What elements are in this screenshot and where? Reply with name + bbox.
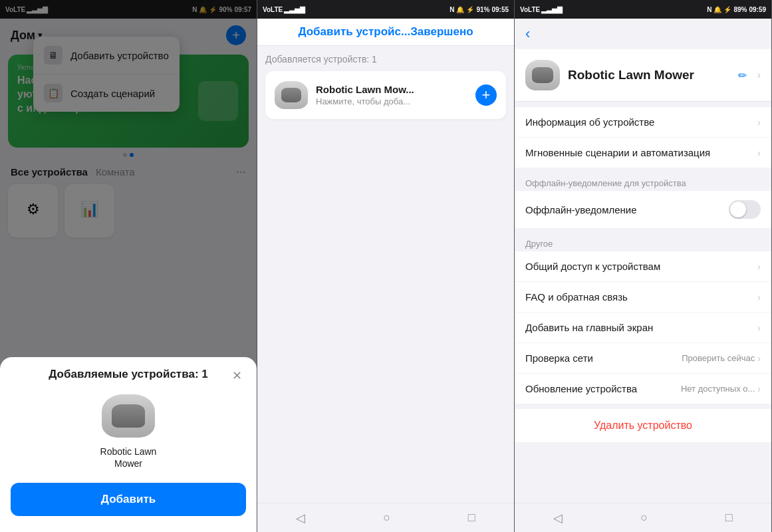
p2-header-prefix: Добавить устройс... [298, 25, 410, 38]
p3-row-scenarios[interactable]: Мгновенные сценарии и автоматизация › [515, 138, 771, 168]
p3-edit-button[interactable]: ✏ [738, 69, 747, 82]
p2-header: Добавить устройс...Завершено [257, 19, 514, 46]
p2-robot-image [275, 81, 308, 109]
p3-add-home-chevron: › [757, 323, 761, 333]
p2-header-suffix[interactable]: Завершено [410, 25, 473, 38]
p3-delete-section: Удалить устройство [515, 409, 771, 442]
p3-section-other: Общий доступ к устройствам › FAQ и обрат… [515, 251, 771, 404]
p3-header-chevron: › [757, 69, 761, 81]
status-left-2: VoLTE ▂▃▅▇ [263, 6, 305, 13]
p3-row-info[interactable]: Информация об устройстве › [515, 107, 771, 138]
carrier-3: VoLTE [520, 6, 540, 13]
nfc-icon-3: N [707, 6, 711, 13]
p3-delete-button[interactable]: Удалить устройство [594, 420, 692, 431]
panel-3: VoLTE ▂▃▅▇ N 🔔 ⚡ 89% 09:59 ‹ Robotic Law… [515, 0, 772, 532]
battery-2: 91% [476, 6, 489, 13]
p3-offline-label: Оффлайн-уведомление [525, 204, 729, 215]
p2-header-text: Добавить устройс...Завершено [268, 25, 503, 39]
p2-adding-count: Добавляется устройств: 1 [265, 54, 506, 65]
p2-device-subtitle: Нажмите, чтобы доба... [316, 96, 467, 106]
home-nav-btn-3[interactable]: ○ [635, 508, 653, 527]
p3-row-sharing[interactable]: Общий доступ к устройствам › [515, 251, 771, 282]
modal-close-button[interactable]: ✕ [227, 366, 246, 385]
p3-add-home-label: Добавить на главный экран [525, 322, 757, 333]
status-bar-3: VoLTE ▂▃▅▇ N 🔔 ⚡ 89% 09:59 [515, 0, 771, 19]
p3-update-chevron: › [757, 384, 761, 394]
status-left-3: VoLTE ▂▃▅▇ [520, 6, 563, 13]
status-bar-2: VoLTE ▂▃▅▇ N 🔔 ⚡ 91% 09:55 [257, 0, 514, 19]
bluetooth-icon-3: ⚡ [723, 6, 731, 13]
p3-device-name: Robotic Lawn Mower [568, 68, 730, 82]
p3-back-button[interactable]: ‹ [525, 25, 530, 43]
p3-network-chevron: › [757, 353, 761, 364]
alarm-icon-2: 🔔 [456, 6, 464, 13]
p3-section-main: Информация об устройстве › Мгновенные сц… [515, 107, 771, 168]
signal-2: ▂▃▅▇ [284, 6, 305, 13]
p3-device-header: Robotic Lawn Mower ✏ › [515, 49, 771, 102]
modal-title: Добавляемые устройства: 1 [11, 368, 246, 381]
p3-scenarios-label: Мгновенные сценарии и автоматизация [525, 147, 757, 158]
p3-info-label: Информация об устройстве [525, 116, 757, 128]
alarm-icon-3: 🔔 [713, 6, 721, 13]
p2-device-info: Robotic Lawn Mow... Нажмите, чтобы доба.… [316, 84, 467, 106]
time-3: 09:59 [749, 6, 766, 13]
p2-content: Добавляется устройств: 1 Robotic Lawn Mo… [257, 46, 514, 503]
p3-faq-label: FAQ и обратная связь [525, 291, 757, 303]
p3-scenarios-chevron: › [757, 148, 761, 158]
p3-section-offline: Оффлайн-уведомление [515, 191, 771, 228]
p3-row-faq[interactable]: FAQ и обратная связь › [515, 282, 771, 313]
p3-network-value: Проверить сейчас [682, 353, 755, 363]
modal-device-image [11, 394, 246, 438]
modal-device-name: Robotic Lawn Mower [11, 446, 246, 469]
p3-other-section-label: Другое [515, 233, 771, 251]
p3-update-value: Нет доступных о... [681, 384, 755, 394]
p3-row-add-home[interactable]: Добавить на главный экран › [515, 313, 771, 343]
time-2: 09:55 [491, 6, 509, 13]
p3-faq-chevron: › [757, 292, 761, 303]
back-nav-btn-2[interactable]: ◁ [291, 508, 311, 528]
p2-device-name: Robotic Lawn Mow... [316, 84, 467, 95]
status-right-2: N 🔔 ⚡ 91% 09:55 [450, 6, 509, 13]
p3-row-update[interactable]: Обновление устройства Нет доступных о...… [515, 374, 771, 404]
back-nav-btn-3[interactable]: ◁ [548, 508, 568, 528]
p3-bottom-nav: ◁ ○ □ [515, 503, 771, 532]
p2-device-card[interactable]: Robotic Lawn Mow... Нажмите, чтобы доба.… [265, 71, 506, 119]
panel-1: VoLTE ▂▃▅▇ N 🔔 ⚡ 90% 09:57 Дом ▾ + 🖥 Доб… [0, 0, 257, 532]
p3-robot-detail [532, 67, 553, 83]
p3-network-label: Проверка сети [525, 352, 682, 364]
bottom-modal: ✕ Добавляемые устройства: 1 Robotic Lawn… [0, 357, 257, 532]
p3-row-offline: Оффлайн-уведомление [515, 191, 771, 228]
p3-header: ‹ [515, 19, 771, 49]
recents-nav-btn-3[interactable]: □ [720, 508, 738, 527]
p3-update-label: Обновление устройства [525, 383, 681, 394]
p2-device-icon [275, 80, 308, 110]
robot-detail [112, 404, 145, 428]
panel-2: VoLTE ▂▃▅▇ N 🔔 ⚡ 91% 09:55 Добавить устр… [257, 0, 515, 532]
toggle-knob [730, 201, 746, 217]
p3-content: Информация об устройстве › Мгновенные сц… [515, 107, 771, 503]
status-right-3: N 🔔 ⚡ 89% 09:59 [707, 6, 766, 13]
p3-info-chevron: › [757, 117, 761, 128]
p3-device-icon [525, 60, 560, 90]
p3-offline-toggle[interactable] [729, 200, 761, 219]
recents-nav-btn-2[interactable]: □ [463, 508, 481, 527]
robot-mower-image [102, 394, 155, 438]
p3-sharing-label: Общий доступ к устройствам [525, 261, 757, 272]
p3-row-network[interactable]: Проверка сети Проверить сейчас › [515, 343, 771, 374]
modal-add-button[interactable]: Добавить [11, 483, 246, 516]
p2-add-button[interactable]: + [475, 84, 497, 106]
p2-robot-detail [281, 88, 301, 102]
battery-3: 89% [733, 6, 747, 13]
p3-robot-image [525, 60, 560, 90]
carrier-2: VoLTE [263, 6, 283, 13]
nfc-icon-2: N [450, 6, 454, 13]
signal-3: ▂▃▅▇ [541, 6, 563, 13]
bluetooth-icon-2: ⚡ [466, 6, 474, 13]
home-nav-btn-2[interactable]: ○ [378, 508, 396, 527]
p3-sharing-chevron: › [757, 261, 761, 272]
p3-offline-section-label: Оффлайн-уведомление для устройства [515, 173, 771, 191]
p2-bottom-nav: ◁ ○ □ [257, 503, 514, 532]
